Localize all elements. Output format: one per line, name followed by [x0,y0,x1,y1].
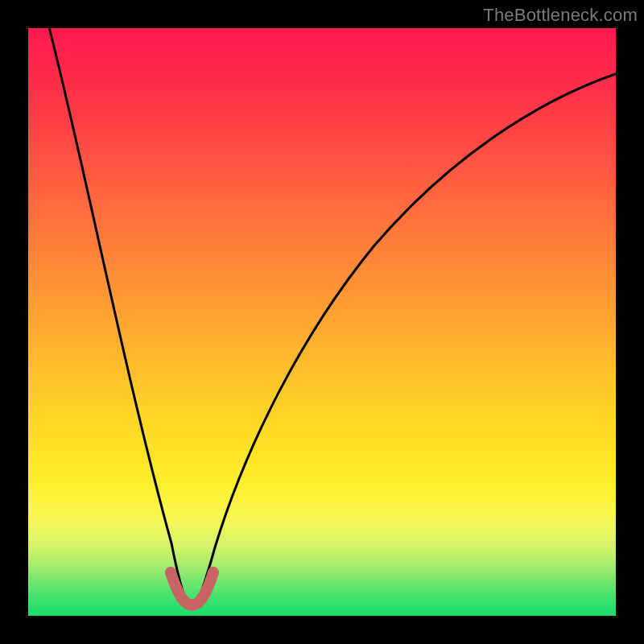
chart-plot-area [28,28,616,616]
bottleneck-curve-svg [28,28,616,616]
chart-frame: TheBottleneck.com [0,0,644,644]
bottleneck-bump-path [171,572,213,605]
bottleneck-curve-path [48,24,620,606]
watermark-text: TheBottleneck.com [483,5,638,26]
